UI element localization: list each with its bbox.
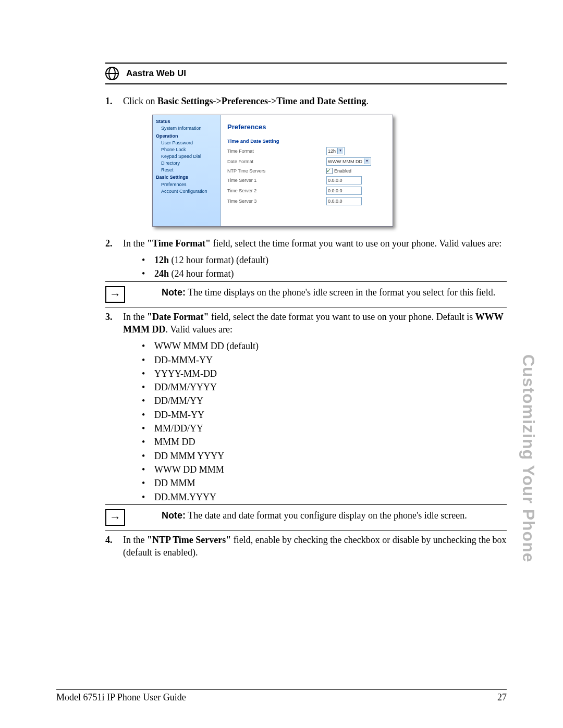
input-time-server-3[interactable]: 0.0.0.0	[326, 197, 362, 205]
input-time-server-1[interactable]: 0.0.0.0	[326, 176, 362, 184]
webui-panel-title: Preferences	[227, 122, 386, 132]
time-format-options: 12h (12 hour format) (default) 24h (24 h…	[123, 254, 507, 280]
label-ntp-servers: NTP Time Servers	[227, 168, 326, 174]
section-rule-bottom	[56, 83, 507, 84]
chevron-down-icon: ▾	[364, 158, 370, 164]
webui-sidebar: Status System Information Operation User…	[153, 115, 221, 226]
step-1-text: Click on Basic Settings->Preferences->Ti…	[123, 95, 507, 227]
webui-screenshot: Status System Information Operation User…	[152, 115, 393, 227]
label-time-server-2: Time Server 2	[227, 188, 326, 194]
footer-title: Model 6751i IP Phone User Guide	[56, 692, 186, 703]
checkbox-ntp-enabled[interactable]: Enabled	[326, 168, 351, 174]
step-number: 4.	[56, 534, 123, 559]
nav-status[interactable]: Status	[156, 118, 217, 125]
step-number: 2.	[56, 237, 123, 281]
page-number: 27	[497, 692, 507, 703]
webui-main: Preferences Time and Date Setting Time F…	[221, 115, 393, 226]
step-3-text: In the "Date Format" field, select the d…	[123, 311, 507, 504]
nav-reset[interactable]: Reset	[156, 167, 217, 173]
label-time-format: Time Format	[227, 148, 326, 154]
note-date-format: Note: The date and date format you confi…	[162, 509, 507, 522]
label-date-format: Date Format	[227, 158, 326, 165]
nav-system-info[interactable]: System Information	[156, 125, 217, 131]
page-footer: Model 6751i IP Phone User Guide 27	[56, 689, 507, 703]
section-title: Aastra Web UI	[126, 68, 186, 79]
select-date-format[interactable]: WWW MMM DD▾	[326, 157, 371, 166]
step-number: 1.	[56, 95, 123, 227]
nav-account-config[interactable]: Account Configuration	[156, 188, 217, 194]
nav-operation[interactable]: Operation	[156, 133, 217, 139]
arrow-right-icon: →	[105, 509, 125, 526]
step-2-text: In the "Time Format" field, select the t…	[123, 237, 507, 281]
step-4-text: In the "NTP Time Servers" field, enable …	[123, 534, 507, 559]
step-number: 3.	[56, 311, 123, 504]
label-time-server-3: Time Server 3	[227, 198, 326, 204]
note-time-format: Note: The time displays on the phone's i…	[162, 286, 507, 299]
nav-basic-settings[interactable]: Basic Settings	[156, 174, 217, 180]
date-format-options: WWW MMM DD (default) DD-MMM-YY YYYY-MM-D…	[123, 340, 507, 503]
nav-preferences[interactable]: Preferences	[156, 181, 217, 188]
input-time-server-2[interactable]: 0.0.0.0	[326, 187, 362, 195]
nav-keypad-speed-dial[interactable]: Keypad Speed Dial	[156, 153, 217, 159]
chapter-tab: Customizing Your Phone	[519, 354, 538, 562]
nav-phone-lock[interactable]: Phone Lock	[156, 146, 217, 153]
nav-directory[interactable]: Directory	[156, 160, 217, 166]
chevron-down-icon: ▾	[337, 148, 343, 154]
webui-group-title: Time and Date Setting	[227, 138, 386, 145]
label-time-server-1: Time Server 1	[227, 177, 326, 183]
select-time-format[interactable]: 12h▾	[326, 147, 345, 155]
globe-icon	[105, 67, 119, 80]
arrow-right-icon: →	[105, 286, 125, 303]
nav-user-password[interactable]: User Password	[156, 140, 217, 146]
